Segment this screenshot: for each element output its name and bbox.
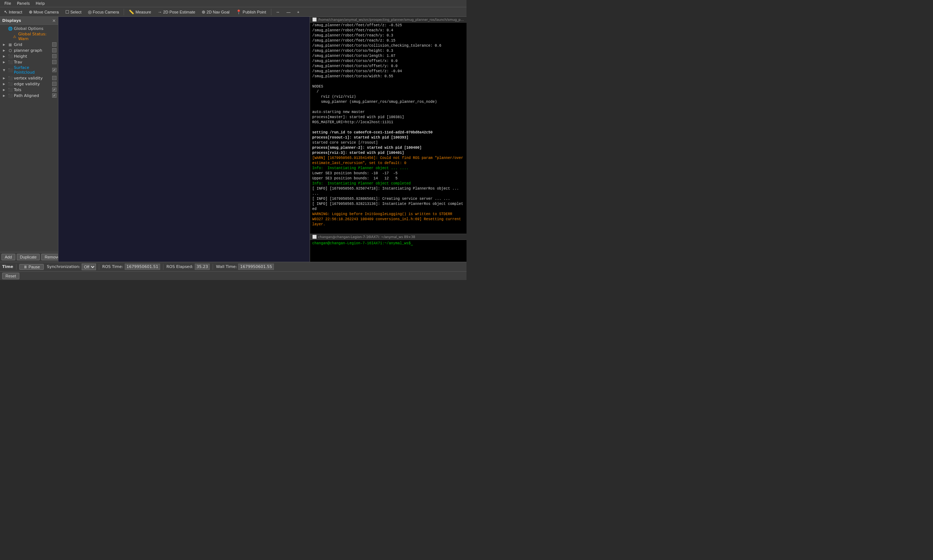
interact-button[interactable]: ↖ Interact xyxy=(2,8,25,16)
extra-btn-1[interactable]: ↔ xyxy=(274,9,283,15)
terminal-line: setting /run_id to ca6eefc0-cce1-11ed-ad… xyxy=(312,130,464,135)
display-item-tols[interactable]: ▶ ⬛ Tols xyxy=(0,87,58,92)
global-status-label: Global Status: Warn xyxy=(18,32,57,41)
display-item-global-status[interactable]: ⚠ Global Status: Warn xyxy=(0,31,58,42)
reset-button[interactable]: Reset xyxy=(2,273,19,279)
terminal-line: /smug_planner/robot/feet/reach/z: 0.15 xyxy=(312,38,464,43)
display-item-height[interactable]: ▶ ⬛ Height xyxy=(0,53,58,59)
menu-help[interactable]: Help xyxy=(33,0,48,6)
display-item-grid[interactable]: ▶ ▦ Grid xyxy=(0,42,58,48)
grid-checkbox[interactable] xyxy=(52,42,57,47)
duplicate-button[interactable]: Duplicate xyxy=(17,254,40,260)
viewport[interactable] xyxy=(59,17,309,262)
terminal-content[interactable]: /smug_planner/planner/traversability_thr… xyxy=(310,23,466,234)
publish-point-button[interactable]: 📍 Publish Point xyxy=(233,8,268,16)
remove-button[interactable]: Remove xyxy=(41,254,59,260)
focus-camera-button[interactable]: ◎ Focus Camera xyxy=(85,8,122,16)
planner-graph-label: planner graph xyxy=(14,48,51,53)
terminal-line: NODES xyxy=(312,84,464,89)
sync-select[interactable]: Off xyxy=(82,264,96,270)
display-item-trav[interactable]: ▶ ⬛ Trav xyxy=(0,59,58,65)
display-item-edge-validity[interactable]: ▶ ⬛ edge validity xyxy=(0,81,58,87)
trav-checkbox[interactable] xyxy=(52,60,57,64)
path-aligned-label: Path Aligned xyxy=(14,93,51,98)
display-item-vertex-validity[interactable]: ▶ ⬛ vertex validity xyxy=(0,75,58,81)
display-item-planner-graph[interactable]: ▶ ⬡ planner graph xyxy=(0,48,58,53)
status-bar: Time ⏸ Pause Synchronization: Off ROS Ti… xyxy=(0,262,466,271)
measure-button[interactable]: 📏 Measure xyxy=(126,8,154,16)
vertex-validity-icon: ⬛ xyxy=(8,76,13,80)
extra-btn-2[interactable]: — xyxy=(284,9,293,15)
surface-pointcloud-checkbox[interactable] xyxy=(52,68,57,72)
expand-arrow-icon: ▶ xyxy=(3,49,6,52)
add-button[interactable]: Add xyxy=(2,254,15,260)
close-panel-icon[interactable]: ✕ xyxy=(52,18,56,23)
grid-label: Grid xyxy=(14,42,51,47)
move-camera-button[interactable]: ⊕ Move Camera xyxy=(26,8,61,16)
terminal-line: process[smug_planner-2]: started with pi… xyxy=(312,145,464,151)
wall-time-value: 1679950601.55 xyxy=(238,264,274,270)
tols-checkbox[interactable] xyxy=(52,88,57,92)
planner-graph-checkbox[interactable] xyxy=(52,48,57,52)
terminal-line xyxy=(312,125,464,130)
height-checkbox[interactable] xyxy=(52,54,57,58)
display-item-global-options[interactable]: 🌐 Global Options xyxy=(0,26,58,31)
terminal-line: /smug_planner/robot/torso/width: 0.55 xyxy=(312,74,464,79)
terminal-top: ⬜ /home/changan/anymal_ws/src/prospectin… xyxy=(310,17,466,234)
status-sep-3 xyxy=(163,264,163,270)
terminal-line xyxy=(312,105,464,110)
displays-header: Displays ✕ xyxy=(0,17,58,25)
menu-bar: File Panels Help xyxy=(0,0,466,7)
globe-icon: 🌐 xyxy=(8,27,13,31)
wall-time-container: Wall Time: 1679950601.55 xyxy=(216,264,274,270)
interact-icon: ↖ xyxy=(4,9,8,15)
pose-estimate-icon: → xyxy=(157,9,162,15)
toolbar: ↖ Interact ⊕ Move Camera ☐ Select ◎ Focu… xyxy=(0,7,466,17)
extra-btn-3[interactable]: + xyxy=(295,9,302,15)
warn-icon: ⚠ xyxy=(12,35,17,38)
terminal-line: [ INFO] [1679950565.925074718]: Instanti… xyxy=(312,186,464,197)
select-button[interactable]: ☐ Select xyxy=(63,8,84,16)
edge-validity-checkbox[interactable] xyxy=(52,82,57,86)
terminal-line: smug_planner (smug_planner_ros/smug_plan… xyxy=(312,100,464,105)
display-item-surface-pointcloud[interactable]: ▼ ⬛ Surface Pointcloud xyxy=(0,65,58,75)
terminal-line: /smug_planner/robot/torso/offset/y: 0.0 xyxy=(312,64,464,69)
terminal-prompt: changan@changan-Legion-7-16IAX7i:~/anyma… xyxy=(312,242,411,245)
terminal-line: Lower SE3 position bounds: -10 -17 -5 xyxy=(312,171,464,176)
terminal-line: /smug_planner/robot/torso/height: 0.3 xyxy=(312,48,464,54)
terminal-line: Info: Instantiating Planner object ... .… xyxy=(312,166,464,171)
terminal-line: Upper SE3 position bounds: 14 12 5 xyxy=(312,176,464,181)
terminal-line: [WARN] [1679950565.913541456]: Could not… xyxy=(312,156,464,166)
menu-file[interactable]: File xyxy=(2,0,14,6)
terminal-line: ROS_MASTER_URI=http://localhost:11311 xyxy=(312,120,464,125)
sync-container: Synchronization: Off xyxy=(47,264,96,270)
move-camera-icon: ⊕ xyxy=(29,9,32,15)
ros-elapsed-container: ROS Elapsed: 35.23 xyxy=(166,264,210,270)
expand-arrow-icon: ▶ xyxy=(3,94,6,97)
terminal-line: [ INFO] [1679950565.928065681]: Creating… xyxy=(312,197,464,202)
terminal-line: process[rosout-1]: started with pid [100… xyxy=(312,135,464,140)
terminal-line: rviz (rviz/rviz) xyxy=(312,94,464,100)
terminal-top-bar: ⬜ /home/changan/anymal_ws/src/prospectin… xyxy=(310,17,466,23)
left-panel: Displays ✕ 🌐 Global Options ⚠ Global Sta… xyxy=(0,17,59,262)
grid-icon: ▦ xyxy=(8,43,13,47)
vertex-validity-checkbox[interactable] xyxy=(52,76,57,80)
toolbar-separator-2 xyxy=(271,9,271,15)
display-item-path-aligned[interactable]: ▶ ⬛ Path Aligned xyxy=(0,92,58,98)
menu-panels[interactable]: Panels xyxy=(14,0,32,6)
terminal-line: /smug_planner/robot/torso/collision_chec… xyxy=(312,43,464,48)
path-aligned-checkbox[interactable] xyxy=(52,93,57,98)
pause-button-container: ⏸ Pause xyxy=(19,264,44,270)
pointcloud-canvas[interactable] xyxy=(59,17,309,262)
nav-goal-button[interactable]: ⊛ 2D Nav Goal xyxy=(199,8,232,16)
vertex-validity-label: vertex validity xyxy=(14,76,51,81)
status-sep-4 xyxy=(212,264,213,270)
terminal-line: WARNING: Logging before InitGoogleLoggin… xyxy=(312,212,464,217)
terminal-icon-2: ⬜ xyxy=(312,235,317,239)
height-icon: ⬛ xyxy=(8,54,13,58)
edge-validity-label: edge validity xyxy=(14,82,51,86)
height-label: Height xyxy=(14,54,51,59)
pause-button[interactable]: ⏸ Pause xyxy=(19,264,44,270)
terminal-bottom[interactable]: changan@changan-Legion-7-16IAX7i:~/anyma… xyxy=(310,240,466,262)
pose-estimate-button[interactable]: → 2D Pose Estimate xyxy=(155,8,198,16)
